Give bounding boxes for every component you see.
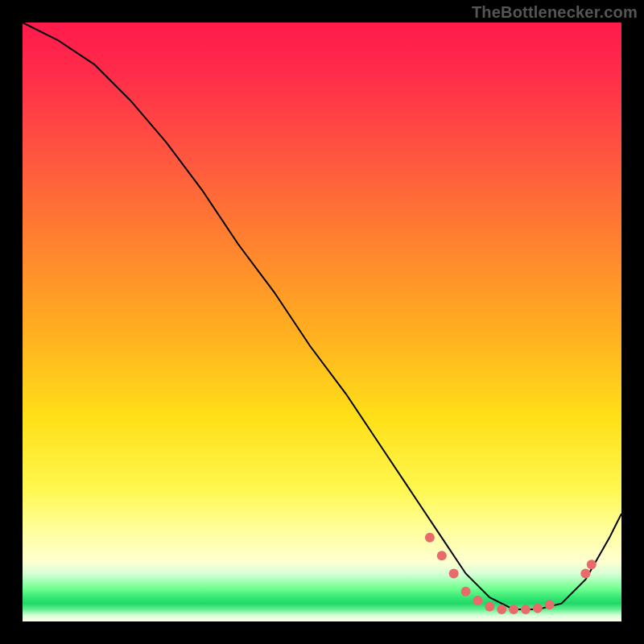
highlight-marker bbox=[473, 596, 482, 605]
highlight-marker bbox=[449, 568, 459, 578]
highlight-marker bbox=[461, 587, 471, 597]
curve-layer bbox=[23, 23, 621, 621]
main-curve bbox=[23, 23, 621, 609]
highlight-marker bbox=[425, 533, 435, 543]
highlight-marker bbox=[580, 568, 590, 578]
highlight-marker bbox=[485, 601, 494, 611]
highlight-marker bbox=[545, 600, 555, 609]
watermark-text: TheBottlenecker.com bbox=[472, 3, 638, 22]
plot-area bbox=[23, 23, 621, 621]
highlight-marker bbox=[509, 605, 518, 614]
highlight-marker bbox=[497, 605, 506, 614]
highlight-marker bbox=[437, 551, 447, 560]
highlight-marker bbox=[521, 605, 530, 614]
highlight-marker bbox=[533, 604, 543, 613]
chart-container: TheBottlenecker.com bbox=[0, 0, 644, 644]
marker-group bbox=[425, 533, 597, 614]
highlight-marker bbox=[587, 559, 597, 569]
